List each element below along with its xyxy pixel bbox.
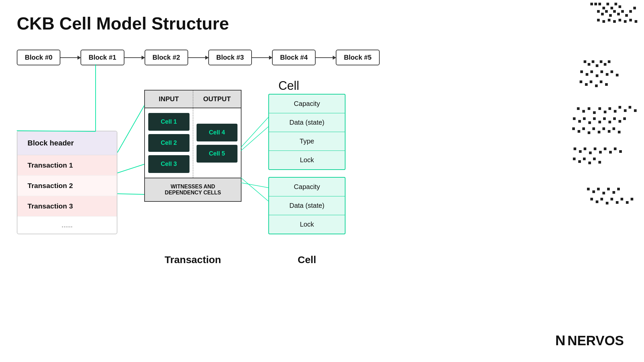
block-2: Block #2 [145,50,188,65]
block-5: Block #5 [336,50,379,65]
svg-rect-77 [619,120,621,123]
blockchain-row: Block #0 Block #1 Block #2 Block #3 Bloc… [17,50,380,65]
svg-rect-101 [583,158,586,160]
svg-rect-118 [621,198,623,200]
output-col: Cell 4 Cell 5 [193,108,241,178]
tx-footer: WITNESSES ANDDEPENDENCY CELLS [145,178,241,201]
cell-1: Cell 1 [148,113,190,131]
svg-rect-31 [619,19,621,21]
transaction-2-row: Transaction 2 [17,176,117,196]
svg-rect-9 [590,3,593,5]
svg-rect-43 [586,73,588,76]
cell-title-top: Cell [278,79,299,93]
svg-rect-117 [616,201,619,204]
tx-body: Cell 1 Cell 2 Cell 3 Cell 4 Cell 5 [145,108,241,178]
svg-rect-22 [617,13,620,15]
svg-rect-76 [613,117,616,120]
svg-rect-81 [582,127,585,130]
cell-top-capacity: Capacity [269,95,345,113]
svg-rect-84 [598,131,600,133]
svg-rect-100 [578,160,581,163]
svg-rect-108 [602,192,605,194]
svg-rect-110 [612,191,615,194]
svg-rect-32 [624,20,627,23]
nervos-text: NERVOS [568,333,624,348]
pixel-art-decoration [570,0,644,362]
transaction-box: INPUT OUTPUT Cell 1 Cell 2 Cell 3 Cell 4… [144,90,241,202]
svg-rect-53 [595,84,598,87]
svg-rect-52 [590,80,592,83]
svg-rect-23 [621,10,624,13]
page-title: CKB Cell Model Structure [17,13,229,34]
svg-rect-59 [593,111,596,114]
svg-rect-91 [584,147,586,150]
svg-rect-92 [589,152,592,154]
svg-rect-113 [596,200,598,203]
nervos-logo: N NERVOS [555,333,624,349]
svg-rect-50 [580,80,582,83]
cell-top-data: Data (state) [269,113,345,132]
svg-rect-73 [598,121,601,123]
block-arrow-2 [188,57,208,58]
svg-rect-82 [588,131,590,134]
cell-2: Cell 2 [148,134,190,152]
svg-rect-80 [578,130,580,133]
svg-rect-56 [577,107,580,110]
svg-rect-95 [604,147,606,150]
svg-rect-97 [614,147,616,150]
cell-panel-bottom: Capacity Data (state) Lock [268,177,345,234]
svg-line-2 [117,106,144,153]
svg-rect-103 [593,158,596,160]
svg-rect-102 [588,162,591,164]
svg-rect-67 [634,109,637,112]
svg-rect-26 [633,7,636,9]
block-arrow-3 [252,57,272,58]
block-1: Block #1 [80,50,124,65]
cell-top-type: Type [269,132,345,151]
svg-rect-98 [619,150,622,153]
cell-3: Cell 3 [148,155,190,173]
svg-rect-106 [592,190,595,193]
svg-line-5 [241,127,268,151]
svg-rect-86 [608,130,610,133]
svg-rect-49 [616,74,619,76]
svg-rect-119 [626,201,629,204]
svg-rect-34 [635,20,637,23]
ellipsis: ...... [17,217,117,234]
svg-rect-38 [596,64,598,67]
svg-rect-15 [614,3,617,5]
svg-rect-20 [609,14,612,17]
svg-rect-68 [573,117,576,120]
svg-rect-11 [598,3,601,5]
svg-rect-28 [602,20,605,23]
svg-rect-62 [608,107,611,110]
svg-rect-12 [602,7,605,9]
transaction-label: Transaction [144,254,241,265]
svg-rect-75 [608,121,611,123]
svg-rect-33 [629,19,632,21]
svg-rect-66 [629,106,631,109]
block-header-label: Block header [28,139,74,147]
svg-rect-70 [583,117,586,120]
svg-rect-94 [599,151,602,154]
svg-rect-48 [610,70,613,73]
cell-bottom-data: Data (state) [269,196,345,215]
svg-rect-105 [587,188,590,190]
block-4: Block #4 [272,50,316,65]
svg-rect-112 [590,198,593,200]
svg-rect-79 [572,127,575,130]
svg-rect-115 [606,202,608,204]
svg-rect-99 [573,158,576,160]
svg-rect-104 [598,161,601,164]
cell-panel-top: Capacity Data (state) Type Lock [268,94,345,170]
svg-rect-69 [578,120,581,123]
svg-rect-30 [613,20,616,23]
svg-rect-111 [617,188,620,190]
svg-rect-87 [612,127,615,130]
svg-rect-109 [607,188,610,190]
svg-rect-27 [597,19,600,21]
svg-rect-40 [604,63,606,66]
svg-rect-71 [588,121,591,124]
svg-line-4 [117,194,144,194]
svg-rect-78 [623,117,626,120]
